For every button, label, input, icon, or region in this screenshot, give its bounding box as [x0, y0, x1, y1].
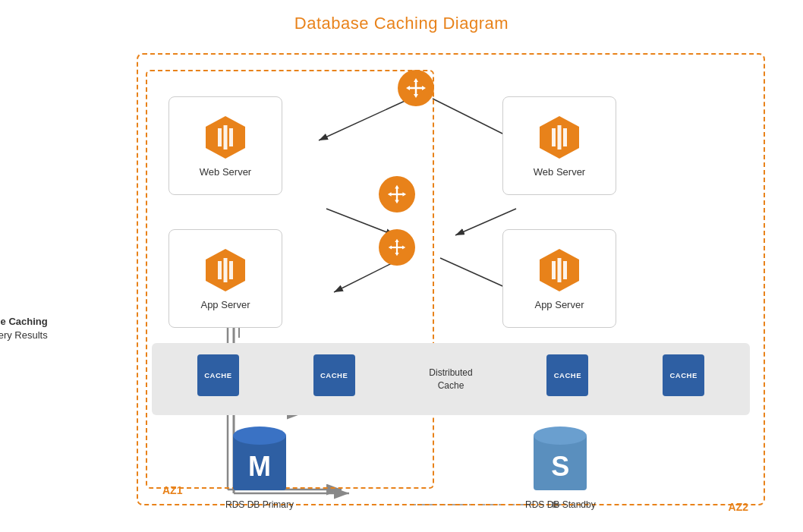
svg-rect-48 — [563, 128, 567, 146]
svg-rect-55 — [558, 258, 562, 282]
svg-marker-42 — [402, 245, 405, 249]
cache-body-4: CACHE — [663, 354, 704, 396]
svg-marker-35 — [388, 192, 392, 197]
svg-rect-32 — [229, 128, 233, 146]
cache-cylinder-2: CACHE — [313, 354, 355, 404]
svg-rect-47 — [558, 125, 562, 150]
rds-standby: S RDS DB Standby — [525, 427, 596, 510]
middle-right-cross — [379, 229, 415, 266]
cache-body-2: CACHE — [313, 354, 355, 396]
cache-cylinder-4: CACHE — [663, 354, 704, 404]
rds-standby-label: RDS DB Standby — [525, 499, 596, 510]
rds-primary-label: RDS DB Primary — [225, 499, 294, 510]
svg-marker-26 — [422, 86, 426, 90]
aws-icon-app-left — [203, 247, 248, 293]
svg-marker-37 — [395, 185, 399, 189]
distributed-cache-label: DistributedCache — [429, 367, 472, 392]
app-server-left-card: App Server — [168, 229, 282, 328]
aws-icon-web-left — [203, 115, 248, 160]
cache-body-1: CACHE — [197, 354, 239, 396]
web-server-right-card: Web Server — [502, 96, 616, 195]
aws-icon-app-right — [537, 247, 582, 293]
cache-cylinder-3: CACHE — [546, 354, 588, 404]
top-load-balancer — [398, 70, 434, 106]
diagram-area: Database Caching Query Results AZ1 AZ2 — [46, 42, 773, 517]
svg-marker-28 — [414, 94, 418, 98]
lb-icon-middle — [386, 184, 408, 205]
cache-body-3: CACHE — [546, 354, 588, 396]
app-server-right-label: App Server — [534, 299, 584, 310]
middle-load-balancer — [379, 176, 415, 212]
aws-icon-web-right — [537, 115, 582, 160]
svg-marker-43 — [395, 239, 398, 242]
rds-primary: M RDS DB Primary — [225, 427, 294, 510]
svg-marker-44 — [395, 253, 398, 256]
app-server-left-label: App Server — [200, 299, 250, 310]
lb-icon-top — [405, 77, 427, 99]
svg-marker-27 — [414, 78, 418, 82]
web-server-left-label: Web Server — [200, 166, 251, 178]
az2-label: AZ2 — [729, 501, 748, 513]
svg-marker-36 — [402, 192, 406, 197]
svg-marker-25 — [406, 86, 410, 90]
web-server-left-card: Web Server — [168, 96, 282, 195]
svg-rect-56 — [563, 261, 567, 279]
svg-rect-30 — [218, 128, 222, 146]
svg-rect-52 — [229, 261, 233, 279]
app-server-right-card: App Server — [502, 229, 616, 328]
svg-rect-31 — [224, 125, 228, 150]
svg-rect-46 — [552, 128, 556, 146]
distributed-cache-row: CACHE CACHE DistributedCache CACHE CAC — [152, 343, 750, 415]
page-title: Database Caching Diagram — [0, 0, 803, 33]
svg-marker-38 — [395, 200, 399, 203]
db-caching-sublabel: Query Results — [0, 329, 48, 341]
svg-marker-41 — [389, 245, 392, 249]
svg-rect-54 — [552, 261, 556, 279]
svg-rect-50 — [218, 261, 222, 279]
svg-rect-51 — [224, 258, 228, 282]
cross-icon-right — [387, 238, 407, 257]
db-caching-label: Database Caching Query Results — [0, 315, 48, 342]
outer-box: AZ1 AZ2 Web Server — [137, 53, 765, 505]
az1-label: AZ1 — [162, 484, 182, 496]
cache-cylinder-1: CACHE — [197, 354, 239, 404]
web-server-right-label: Web Server — [534, 166, 585, 178]
